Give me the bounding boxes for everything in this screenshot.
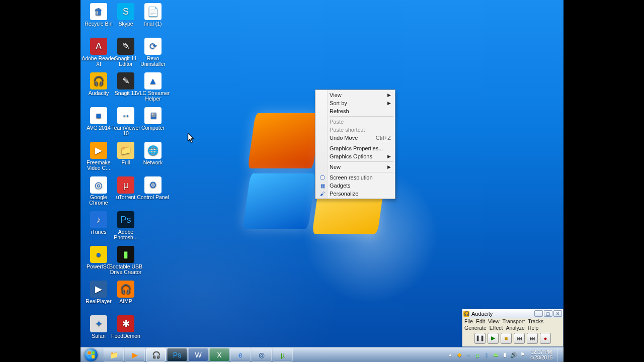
taskbar-utorrent-button[interactable]: µ bbox=[273, 348, 293, 361]
ctx-new[interactable]: New▶ bbox=[316, 163, 394, 171]
tray-utorrent-icon[interactable]: µ bbox=[473, 351, 481, 359]
final-1-icon: 📄 bbox=[144, 3, 162, 20]
ctx-paste-shortcut: Paste shortcut bbox=[316, 126, 394, 134]
maximize-button[interactable]: ▢ bbox=[544, 310, 552, 317]
itunes-icon: ♪ bbox=[90, 211, 107, 228]
tray-safely-remove-icon[interactable]: ⏏ bbox=[492, 351, 500, 359]
desktop-icon-aimp[interactable]: 🎧AIMP bbox=[108, 281, 144, 304]
freemake-icon: ▶ bbox=[90, 142, 107, 159]
ctx-screen-resolution[interactable]: 🖵Screen resolution bbox=[316, 173, 394, 182]
taskbar-clock[interactable]: 12:17 PM 4/28/2015 bbox=[527, 349, 555, 360]
ctx-gfx-properties[interactable]: Graphics Properties... bbox=[316, 144, 394, 152]
audacity-record-button[interactable]: ● bbox=[540, 333, 551, 344]
desktop-icon-control-panel[interactable]: ⚙Control Panel bbox=[135, 176, 171, 200]
submenu-arrow-icon: ▶ bbox=[387, 154, 391, 159]
audacity-skip-end-button[interactable]: ⏭ bbox=[527, 333, 538, 344]
desktop-icon-vlc-streamer[interactable]: ▲VLC Streamer Helper bbox=[135, 72, 171, 102]
ctx-personalize-icon: 🖌 bbox=[318, 190, 327, 198]
submenu-arrow-icon: ▶ bbox=[387, 101, 391, 106]
taskbar-wmp-button[interactable]: ▶ bbox=[125, 348, 145, 361]
ctx-gadgets[interactable]: ▦Gadgets bbox=[316, 182, 394, 190]
ctx-label: Gadgets bbox=[330, 183, 351, 189]
ctx-label: Sort by bbox=[330, 100, 347, 106]
revo-uninstaller-icon: ⟳ bbox=[144, 38, 162, 55]
taskbar-explorer-button[interactable]: 📁 bbox=[104, 348, 124, 361]
taskbar-audacity-button[interactable]: 🎧 bbox=[146, 348, 166, 361]
audacity-window[interactable]: 🎧 Audacity — ▢ ✕ FileEditViewTransportTr… bbox=[462, 309, 564, 347]
audacity-menu-transport[interactable]: Transport bbox=[503, 318, 525, 325]
desktop-icon-network[interactable]: 🌐Network bbox=[135, 142, 171, 165]
ctx-undo-move[interactable]: Undo MoveCtrl+Z bbox=[316, 134, 394, 142]
ctx-label: Screen resolution bbox=[330, 174, 373, 180]
ctx-label: Graphics Options bbox=[330, 153, 372, 159]
tray-network-icon[interactable]: ▮ bbox=[501, 351, 509, 359]
tray-avg-icon[interactable]: ◆ bbox=[455, 351, 463, 359]
ctx-view[interactable]: View▶ bbox=[316, 91, 394, 99]
ctx-separator bbox=[330, 143, 393, 143]
audacity-titlebar[interactable]: 🎧 Audacity — ▢ ✕ bbox=[462, 309, 563, 318]
ctx-label: View bbox=[330, 92, 342, 98]
control-panel-icon: ⚙ bbox=[144, 176, 162, 194]
audacity-menu-analyze[interactable]: Analyze bbox=[506, 325, 524, 331]
teamviewer-icon: ↔ bbox=[117, 107, 134, 124]
audacity-skip-start-button[interactable]: ⏮ bbox=[514, 333, 525, 344]
desktop-icon-bootable-usb[interactable]: ▮Bootable USB Drive Creator bbox=[108, 246, 144, 275]
tray-volume-icon[interactable]: 🔊 bbox=[510, 351, 518, 359]
ctx-label: New bbox=[330, 164, 341, 170]
tray-show-hidden-icon[interactable]: ▴ bbox=[446, 351, 454, 359]
desktop-icon-label: Computer bbox=[135, 125, 171, 131]
ctx-paste: Paste bbox=[316, 118, 394, 126]
desktop-icon-label: Revo Uninstaller bbox=[135, 56, 171, 67]
desktop-icon-photoshop[interactable]: PsAdobe Photosh... bbox=[108, 211, 144, 240]
full-folder-icon: 📁 bbox=[117, 142, 134, 159]
audacity-transport: ❚❚▶■⏮⏭● bbox=[462, 331, 563, 346]
ctx-label: Paste shortcut bbox=[330, 127, 365, 133]
audacity-menu-view[interactable]: View bbox=[488, 318, 500, 325]
clock-time: 12:17 PM bbox=[528, 349, 554, 355]
desktop-icon-feeddemon[interactable]: ✱FeedDemon bbox=[108, 315, 144, 339]
audacity-icon: 🎧 bbox=[463, 311, 469, 317]
ctx-sort-by[interactable]: Sort by▶ bbox=[316, 99, 394, 107]
audacity-menu-effect[interactable]: Effect bbox=[490, 325, 503, 331]
ctx-label: Graphics Properties... bbox=[330, 145, 383, 151]
tray-teamviewer-icon[interactable]: ↔ bbox=[464, 351, 472, 359]
ctx-gfx-options[interactable]: Graphics Options▶ bbox=[316, 152, 394, 160]
avg-icon: ■ bbox=[90, 107, 107, 124]
minimize-button[interactable]: — bbox=[534, 310, 543, 317]
tray-bluetooth-icon[interactable]: ᛒ bbox=[482, 351, 491, 359]
taskbar-chrome-button[interactable]: ◎ bbox=[252, 348, 272, 361]
ctx-screen-resolution-icon: 🖵 bbox=[318, 173, 327, 182]
audacity-menu-help[interactable]: Help bbox=[528, 325, 539, 331]
audacity-menu-generate[interactable]: Generate bbox=[464, 325, 487, 331]
ctx-label: Refresh bbox=[330, 108, 349, 114]
taskbar-ie-button[interactable]: e bbox=[230, 348, 251, 361]
taskbar: 📁▶🎧PsWXe◎µ ▴◆↔µᛒ⏏▮🔊⚑ 12:17 PM 4/28/2015 bbox=[80, 347, 564, 362]
desktop-icon-revo-uninstaller[interactable]: ⟳Revo Uninstaller bbox=[135, 38, 171, 67]
audacity-stop-button[interactable]: ■ bbox=[501, 333, 512, 344]
taskbar-excel-button[interactable]: X bbox=[209, 348, 229, 361]
show-desktop-button[interactable] bbox=[557, 347, 562, 363]
ctx-gadgets-icon: ▦ bbox=[318, 182, 327, 190]
audacity-menu-edit[interactable]: Edit bbox=[476, 318, 485, 325]
desktop-icon-final-1[interactable]: 📄final (1) bbox=[135, 3, 171, 27]
photoshop-icon: Ps bbox=[117, 211, 134, 228]
desktop-icon-label: FeedDemon bbox=[108, 333, 144, 339]
ctx-shortcut: Ctrl+Z bbox=[376, 135, 391, 141]
audacity-pause-button[interactable]: ❚❚ bbox=[474, 333, 486, 344]
ctx-refresh[interactable]: Refresh bbox=[316, 107, 394, 115]
desktop-icon-computer[interactable]: 🖥Computer bbox=[135, 107, 171, 131]
audacity-menu-file[interactable]: File bbox=[464, 318, 473, 325]
close-button[interactable]: ✕ bbox=[553, 310, 562, 317]
audacity-play-button[interactable]: ▶ bbox=[488, 333, 499, 344]
taskbar-photoshop-button[interactable]: Ps bbox=[167, 348, 187, 361]
tray-action-center-icon[interactable]: ⚑ bbox=[519, 351, 527, 359]
ctx-personalize[interactable]: 🖌Personalize bbox=[316, 190, 394, 198]
desktop-icon-label: Control Panel bbox=[135, 195, 171, 200]
start-button[interactable] bbox=[80, 347, 102, 362]
taskbar-word-button[interactable]: W bbox=[188, 348, 208, 361]
feeddemon-icon: ✱ bbox=[117, 315, 134, 332]
audacity-menu-tracks[interactable]: Tracks bbox=[528, 318, 543, 325]
ctx-label: Undo Move bbox=[330, 135, 358, 141]
aimp-icon: 🎧 bbox=[117, 281, 134, 298]
desktop-icon-label: Network bbox=[135, 160, 171, 165]
